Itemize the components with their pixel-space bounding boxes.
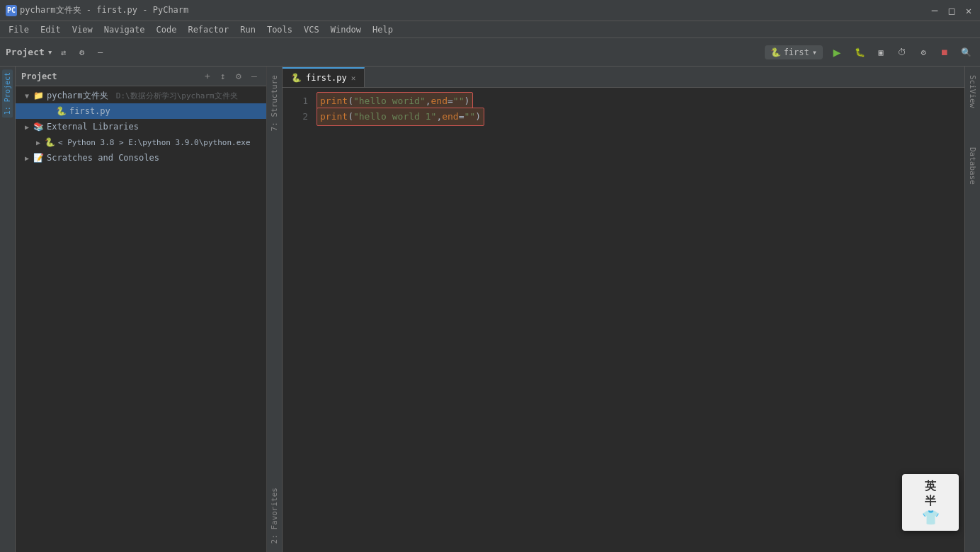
profile-button[interactable]: ⏱ — [894, 44, 911, 61]
menu-vcs[interactable]: VCS — [298, 23, 325, 36]
minimize-button[interactable]: ─ — [929, 5, 940, 16]
python-version-label: < Python 3.8 > E:\python 3.9.0\python.ex… — [58, 138, 251, 147]
run-button[interactable]: ▶ — [827, 42, 847, 62]
tab-py-icon: 🐍 — [291, 73, 302, 83]
py-file-icon: 🐍 — [55, 105, 67, 117]
code-line-2: print("hello world 1",end="") — [317, 109, 959, 125]
kw-print-1: print — [320, 96, 348, 106]
run-config-dropdown[interactable]: ▾ — [812, 47, 817, 57]
tree-root-folder[interactable]: ▼ 📁 pycharm文件夹 D:\数据分析学习\pycharm文件夹 — [16, 88, 266, 103]
overlay-icon: 👕 — [922, 509, 940, 526]
menu-file[interactable]: File — [3, 23, 35, 36]
project-panel-header: Project + ↕ ⚙ – — [16, 67, 266, 86]
menu-refactor[interactable]: Refactor — [182, 23, 234, 36]
menu-run[interactable]: Run — [234, 23, 261, 36]
config-run-icon: 🐍 — [770, 47, 781, 57]
panel-expand-button[interactable]: ↕ — [217, 70, 229, 83]
editor-area: 🐍 first.py ✕ 1 2 print("hello worid",end… — [283, 67, 964, 552]
file-label: first.py — [69, 106, 110, 116]
code-line-1: print("hello worid",end="") — [317, 93, 959, 109]
panel-settings-button[interactable]: ⚙ — [232, 70, 245, 83]
editor-tabs: 🐍 first.py ✕ — [283, 67, 964, 88]
folder-icon: 📁 — [33, 90, 44, 101]
overlay-text-cn: 英 — [925, 479, 936, 494]
title-bar-left: PC pycharm文件夹 - first.py - PyCharm — [6, 4, 188, 16]
line-number-2: 2 — [285, 109, 308, 125]
editor-tab-first-py[interactable]: 🐍 first.py ✕ — [283, 67, 365, 87]
external-libraries-label: External Libraries — [47, 122, 139, 132]
menu-edit[interactable]: Edit — [35, 23, 67, 36]
tree-file-first-py[interactable]: ▶ 🐍 first.py — [16, 103, 266, 119]
python-icon: 🐍 — [44, 137, 55, 148]
project-tree: ▼ 📁 pycharm文件夹 D:\数据分析学习\pycharm文件夹 ▶ 🐍 … — [16, 86, 266, 552]
main-layout: 1: Project Project + ↕ ⚙ – ▼ 📁 pycharm文件… — [0, 67, 980, 552]
tree-scratches[interactable]: ▶ 📝 Scratches and Consoles — [16, 150, 266, 166]
project-label: Project — [6, 47, 45, 57]
title-bar-controls: ─ □ ✕ — [929, 5, 974, 16]
str-hello-world: "hello worid" — [353, 96, 426, 106]
database-tab[interactable]: Database — [966, 142, 979, 190]
favorites-tab[interactable]: 2: Favorites — [268, 482, 281, 549]
menu-navigate[interactable]: Navigate — [98, 23, 151, 36]
code-content[interactable]: print("hello worid",end="") print("hello… — [311, 88, 964, 552]
menu-tools[interactable]: Tools — [261, 23, 298, 36]
sciview-tab[interactable]: SciView — [966, 69, 979, 113]
menu-code[interactable]: Code — [151, 23, 183, 36]
scratch-arrow: ▶ — [21, 152, 33, 163]
menu-view[interactable]: View — [67, 23, 98, 36]
search-button[interactable]: 🔍 — [957, 44, 974, 61]
menu-bar: File Edit View Navigate Code Refactor Ru… — [0, 21, 980, 38]
app-icon: PC — [6, 5, 17, 16]
toolbar-sync-button[interactable]: ⇄ — [56, 45, 72, 60]
tab-label: first.py — [306, 73, 347, 83]
title-bar: PC pycharm文件夹 - first.py - PyCharm ─ □ ✕ — [0, 0, 980, 21]
pc-label: 1: Project — [2, 69, 13, 117]
menu-window[interactable]: Window — [325, 23, 367, 36]
title-text: pycharm文件夹 - first.py - PyCharm — [20, 4, 188, 16]
menu-help[interactable]: Help — [367, 23, 399, 36]
structure-tab[interactable]: 7: Structure — [268, 69, 281, 137]
project-dropdown-icon[interactable]: ▾ — [47, 47, 53, 57]
panel-add-button[interactable]: + — [201, 70, 214, 83]
tree-python-version[interactable]: ▶ 🐍 < Python 3.8 > E:\python 3.9.0\pytho… — [16, 134, 266, 150]
project-panel-title: Project — [21, 71, 57, 81]
ext-lib-arrow: ▶ — [21, 121, 33, 132]
coverage-button[interactable]: ▣ — [872, 44, 889, 61]
toolbar-hide-button[interactable]: – — [93, 45, 108, 60]
tab-close-button[interactable]: ✕ — [351, 74, 356, 83]
left-vertical-tabs: 7: Structure 2: Favorites — [267, 67, 283, 552]
python-arrow: ▶ — [33, 137, 44, 148]
toolbar-left: Project ▾ ⇄ ⚙ – — [6, 45, 108, 60]
root-folder-label: pycharm文件夹 D:\数据分析学习\pycharm文件夹 — [47, 90, 238, 102]
settings-run-button[interactable]: ⚙ — [915, 44, 932, 61]
panel-hide-button[interactable]: – — [248, 70, 261, 83]
code-area: 1 2 print("hello worid",end="") print("h… — [283, 88, 964, 552]
lib-icon: 📚 — [33, 121, 44, 132]
toolbar: Project ▾ ⇄ ⚙ – 🐍 first ▾ ▶ 🐛 ▣ ⏱ ⚙ ⏹ 🔍 — [0, 38, 980, 67]
line-numbers: 1 2 — [283, 88, 311, 552]
root-arrow: ▼ — [21, 90, 33, 101]
debug-button[interactable]: 🐛 — [851, 44, 868, 61]
close-button[interactable]: ✕ — [963, 5, 974, 16]
overlay-badge: 英 半 👕 — [902, 474, 959, 531]
tree-external-libraries[interactable]: ▶ 📚 External Libraries — [16, 119, 266, 134]
scratch-icon: 📝 — [33, 152, 44, 163]
project-view-tab[interactable]: 1: Project — [0, 67, 16, 552]
project-panel: Project + ↕ ⚙ – ▼ 📁 pycharm文件夹 D:\数据分析学习… — [16, 67, 267, 552]
maximize-button[interactable]: □ — [946, 5, 957, 16]
scratches-label: Scratches and Consoles — [47, 153, 159, 163]
code-highlight-box-2: print("hello world 1",end="") — [317, 108, 484, 126]
toolbar-settings-button[interactable]: ⚙ — [74, 45, 90, 60]
kw-print-2: print — [320, 111, 348, 122]
str-hello-world-1: "hello world 1" — [353, 111, 436, 122]
right-sidebar: SciView Database — [964, 67, 980, 552]
toolbar-right: 🐍 first ▾ ▶ 🐛 ▣ ⏱ ⚙ ⏹ 🔍 — [765, 42, 974, 62]
overlay-text-cn2: 半 — [925, 494, 936, 509]
panel-actions: + ↕ ⚙ – — [201, 70, 261, 83]
run-config-name: first — [784, 47, 809, 57]
line-number-1: 1 — [285, 93, 308, 109]
stop-button[interactable]: ⏹ — [936, 44, 953, 61]
run-config-selector[interactable]: 🐍 first ▾ — [765, 45, 823, 59]
